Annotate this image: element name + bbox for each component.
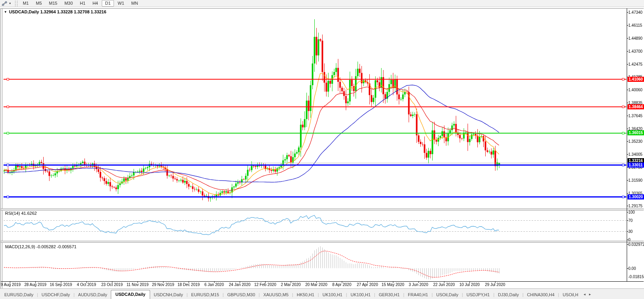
tab-scroll-left-icon[interactable]: ◄ — [582, 293, 587, 299]
timeframe-button-mn[interactable]: MN — [128, 0, 141, 7]
timeframe-button-m5[interactable]: M5 — [33, 0, 45, 7]
chart-toolbar: ▼ M1M5M15M30H1H4D1W1MN — [0, 0, 644, 7]
chart-tab-usdchf-daily[interactable]: USDCHF,Daily — [38, 291, 73, 299]
timeframe-button-m1[interactable]: M1 — [20, 0, 32, 7]
mt4-window: ▼ M1M5M15M30H1H4D1W1MN ▼ USDCAD,Daily 1.… — [0, 0, 644, 299]
chart-tab-eurusd-m15[interactable]: EURUSD,M15 — [188, 291, 223, 299]
chart-tab-dj30-daily[interactable]: DJ30,Daily — [494, 291, 522, 299]
timeframe-button-h4[interactable]: H4 — [89, 0, 101, 7]
chart-tab-usdcnh-daily[interactable]: USDCNH,Daily — [150, 291, 187, 299]
timeframe-button-h1[interactable]: H1 — [77, 0, 88, 7]
timeframe-button-m30[interactable]: M30 — [61, 0, 76, 7]
chart-tab-usdcad-daily[interactable]: USDCAD,Daily — [111, 290, 150, 299]
chart-tab-gbpusd-m30[interactable]: GBPUSD,M30 — [224, 291, 259, 299]
chart-tab-bar: EURUSD,Daily|USDCHF,Daily|AUDUSD,DailyUS… — [0, 288, 644, 299]
line-tool-button[interactable]: ▼ — [0, 0, 14, 7]
chart-tab-xauusd-m5[interactable]: XAUUSD,M5 — [260, 291, 292, 299]
timeframe-button-d1[interactable]: D1 — [102, 0, 114, 7]
price-chart-canvas[interactable] — [0, 0, 644, 299]
chart-tab-usoil-daily[interactable]: USOil,Daily — [433, 291, 462, 299]
chart-tab-audusd-daily[interactable]: AUDUSD,Daily — [75, 291, 111, 299]
chart-tab-china300-h4[interactable]: CHINA300,H4 — [523, 291, 558, 299]
tab-scroll-right-icon[interactable]: ► — [587, 293, 593, 299]
timeframe-button-group: M1M5M15M30H1H4D1W1MN — [19, 0, 141, 7]
chart-tab-ger30-h1[interactable]: GER30,H1 — [375, 291, 403, 299]
chart-tab-usoil-h[interactable]: USOil,H — [559, 291, 582, 299]
chart-tab-hk50-h1[interactable]: HK50,H1 — [293, 291, 318, 299]
timeframe-button-m15[interactable]: M15 — [46, 0, 61, 7]
line-studies-icon — [1, 1, 8, 6]
timeframe-button-w1[interactable]: W1 — [115, 0, 128, 7]
chart-tab-usdjpy-h1[interactable]: USDJPY,H1 — [463, 291, 493, 299]
chart-tab-uk100-h1[interactable]: UK100,H1 — [347, 291, 374, 299]
toolbar-grip — [15, 1, 18, 6]
chart-tab-eurusd-daily[interactable]: EURUSD,Daily — [1, 291, 37, 299]
chart-tab-fra40-h1[interactable]: FRA40,H1 — [404, 291, 431, 299]
chart-tab-uk100-h1[interactable]: UK100,H1 — [319, 291, 346, 299]
toolbar-dropdown-caret-icon[interactable]: ▼ — [8, 2, 13, 5]
